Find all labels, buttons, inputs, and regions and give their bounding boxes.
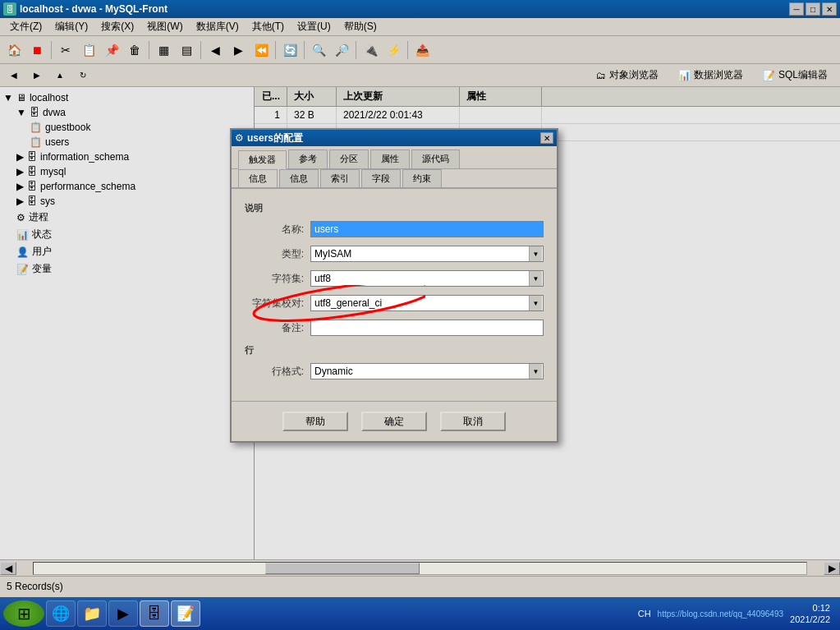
taskbar-other[interactable]: 📝 <box>171 600 200 627</box>
toolbar2: ◀ ▶ ▲ ↻ 🗂 对象浏览器 📊 数据浏览器 📝 SQL编辑器 <box>0 64 840 87</box>
modal-tab-attr[interactable]: 属性 <box>370 149 410 168</box>
modal-close-button[interactable]: ✕ <box>540 132 553 144</box>
toolbar-paste[interactable]: 📌 <box>101 39 122 61</box>
modal-tab-info[interactable]: 触发器 <box>238 150 287 169</box>
toolbar2-object-browser[interactable]: 🗂 对象浏览器 <box>587 67 668 85</box>
title-bar: 🗄 localhost - dvwa - MySQL-Front ─ □ ✕ <box>0 0 840 18</box>
collation-label: 字符集校对: <box>245 297 310 310</box>
modal-icon: ⚙ <box>235 132 244 144</box>
name-input[interactable] <box>310 221 544 237</box>
menu-settings[interactable]: 设置(U) <box>291 18 337 35</box>
close-button[interactable]: ✕ <box>822 2 837 16</box>
modal-tab2-index[interactable]: 索引 <box>320 169 360 187</box>
modal-tab2-fields[interactable]: 字段 <box>361 169 401 187</box>
toolbar-home[interactable]: 🏠 <box>3 39 25 61</box>
modal-tab2-info2[interactable]: 信息 <box>279 169 319 187</box>
modal-tab-partition[interactable]: 分区 <box>329 149 369 168</box>
toolbar-obj2[interactable]: ▤ <box>176 39 197 61</box>
scroll-thumb[interactable] <box>265 563 420 574</box>
toolbar-stop[interactable]: ⏹ <box>26 39 48 61</box>
scroll-track[interactable] <box>33 562 807 575</box>
taskbar-media[interactable]: ▶ <box>108 600 138 627</box>
toolbar-refresh[interactable]: 🔄 <box>279 39 301 61</box>
form-row-charset: 字符集: utf8 ▼ <box>245 270 544 287</box>
taskbar-date: 2021/2/22 <box>790 614 830 625</box>
scrollbar-area: ◀ ▶ <box>0 559 840 576</box>
modal-tab2-constraints[interactable]: 约束 <box>402 169 442 187</box>
toolbar-copy[interactable]: 📋 <box>78 39 99 61</box>
modal-title: users的配置 <box>247 131 303 145</box>
toolbar2-up[interactable]: ▲ <box>49 65 71 86</box>
start-button[interactable]: ⊞ <box>3 600 44 627</box>
taskbar-ie[interactable]: 🌐 <box>46 600 76 627</box>
modal-body: 说明 名称: 类型: MyISAM InnoDB ▼ <box>232 189 557 401</box>
toolbar-disconnect[interactable]: ⚡ <box>383 39 404 61</box>
toolbar-obj1[interactable]: ▦ <box>153 39 174 61</box>
form-row-type: 类型: MyISAM InnoDB ▼ <box>245 246 544 262</box>
help-button[interactable]: 帮助 <box>282 412 348 431</box>
toolbar2-data-browser[interactable]: 📊 数据浏览器 <box>669 67 752 85</box>
cancel-button[interactable]: 取消 <box>440 412 506 431</box>
row-section-title: 行 <box>245 344 544 356</box>
toolbar2-sql-editor[interactable]: 📝 SQL编辑器 <box>754 67 837 85</box>
taskbar-db-app[interactable]: 🗄 <box>140 600 169 627</box>
maximize-button[interactable]: □ <box>806 2 820 16</box>
menu-file[interactable]: 文件(Z) <box>3 18 48 35</box>
toolbar-connect[interactable]: 🔌 <box>360 39 381 61</box>
taskbar-explorer[interactable]: 📁 <box>77 600 107 627</box>
toolbar-nav1[interactable]: ◀ <box>204 39 226 61</box>
toolbar2-forward[interactable]: ▶ <box>26 65 48 86</box>
toolbar-nav2[interactable]: ▶ <box>227 39 249 61</box>
form-row-collation: 字符集校对: utf8_general_ci ▼ <box>245 295 544 311</box>
browser-icon: 🗂 <box>596 70 606 81</box>
menu-database[interactable]: 数据库(V) <box>190 18 246 35</box>
rowformat-select[interactable]: Dynamic Fixed <box>310 363 544 379</box>
toolbar-delete[interactable]: 🗑 <box>124 39 145 61</box>
scroll-left[interactable]: ◀ <box>0 562 16 575</box>
window-controls: ─ □ ✕ <box>789 2 837 16</box>
status-bar: 5 Records(s) <box>0 576 840 596</box>
taskbar-lang: CH <box>638 609 651 619</box>
taskbar-right: CH https://blog.csdn.net/qq_44096493 0:1… <box>638 602 837 626</box>
comment-input[interactable] <box>310 320 544 336</box>
modal-tabs-row2: 信息 信息 索引 字段 约束 <box>232 169 557 189</box>
menu-other[interactable]: 其他(T) <box>246 18 291 35</box>
modal-tab-source[interactable]: 源代码 <box>411 149 460 168</box>
collation-select-wrapper: utf8_general_ci ▼ <box>310 295 544 311</box>
menu-view[interactable]: 视图(W) <box>140 18 189 35</box>
scroll-right[interactable]: ▶ <box>824 562 840 575</box>
window-title: localhost - dvwa - MySQL-Front <box>20 3 168 15</box>
type-select-wrapper: MyISAM InnoDB ▼ <box>310 246 544 262</box>
toolbar-cut[interactable]: ✂ <box>55 39 76 61</box>
toolbar2-back[interactable]: ◀ <box>3 65 25 86</box>
toolbar-filter2[interactable]: 🔎 <box>331 39 352 61</box>
modal-title-bar: ⚙ users的配置 ✕ <box>232 130 557 146</box>
collation-select[interactable]: utf8_general_ci <box>310 295 544 311</box>
form-row-rowformat: 行格式: Dynamic Fixed ▼ <box>245 363 544 379</box>
app-icon: 🗄 <box>3 2 16 16</box>
toolbar-export[interactable]: 📤 <box>411 39 433 61</box>
modal-tab2-info[interactable]: 信息 <box>238 169 278 187</box>
rowformat-select-wrapper: Dynamic Fixed ▼ <box>310 363 544 379</box>
taskbar: ⊞ 🌐 📁 ▶ 🗄 📝 CH https://blog.csdn.net/qq_… <box>0 597 840 630</box>
ok-button[interactable]: 确定 <box>361 412 427 431</box>
status-text: 5 Records(s) <box>7 581 63 592</box>
minimize-button[interactable]: ─ <box>789 2 804 16</box>
menu-search[interactable]: 搜索(X) <box>94 18 140 35</box>
data-icon: 📊 <box>678 70 691 81</box>
toolbar-nav3[interactable]: ⏪ <box>250 39 272 61</box>
charset-select[interactable]: utf8 <box>310 270 544 287</box>
type-select[interactable]: MyISAM InnoDB <box>310 246 544 262</box>
modal-tab-ref[interactable]: 参考 <box>288 149 328 168</box>
modal-footer: 帮助 确定 取消 <box>232 401 557 441</box>
menu-edit[interactable]: 编辑(Y) <box>48 18 94 35</box>
taskbar-clock: 0:12 2021/2/22 <box>790 602 830 626</box>
name-label: 名称: <box>245 223 310 237</box>
charset-label: 字符集: <box>245 272 310 286</box>
toolbar-filter[interactable]: 🔍 <box>308 39 329 61</box>
menu-help[interactable]: 帮助(S) <box>337 18 383 35</box>
taskbar-time: 0:12 <box>790 602 830 614</box>
type-label: 类型: <box>245 247 310 261</box>
menu-bar: 文件(Z) 编辑(Y) 搜索(X) 视图(W) 数据库(V) 其他(T) 设置(… <box>0 18 840 36</box>
toolbar2-refresh[interactable]: ↻ <box>72 65 94 86</box>
